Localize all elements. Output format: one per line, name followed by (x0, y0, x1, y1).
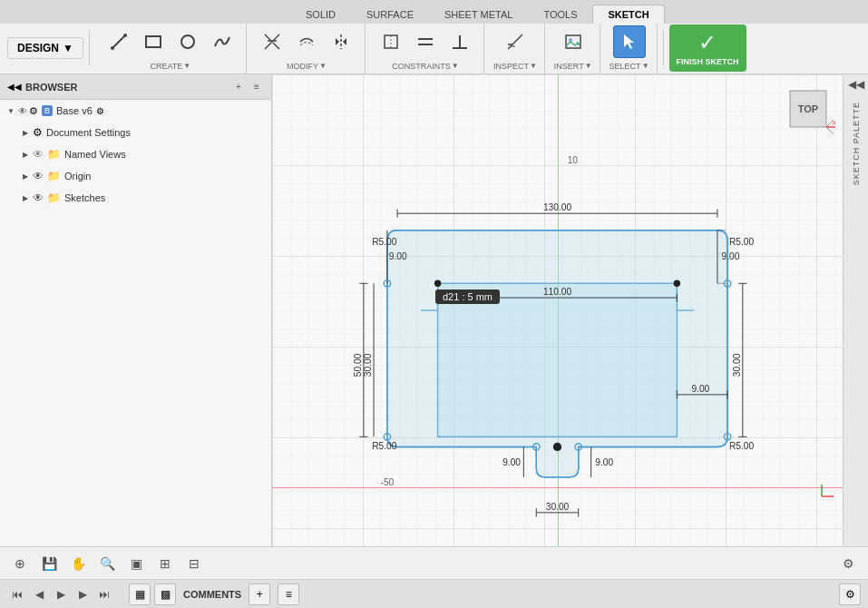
create-label-group[interactable]: CREATE ▼ (151, 60, 191, 71)
grid-icon[interactable]: ⊞ (152, 551, 178, 576)
comments-section: COMMENTS + ≡ (183, 583, 832, 605)
folder-icon-named-views: 📁 (47, 148, 61, 161)
snap-icon[interactable]: ⊕ (7, 551, 33, 576)
parallel-tool[interactable] (409, 25, 442, 58)
svg-marker-23 (624, 34, 634, 49)
bottom-tools-left: ⊕ 💾 ✋ 🔍 ▣ ⊞ ⊟ (7, 551, 207, 576)
palette-collapse-icon[interactable]: ◀◀ (844, 74, 868, 94)
tree-item-named-views[interactable]: ▶ 👁 📁 Named Views (0, 143, 271, 165)
bottom-toolbar: ⊕ 💾 ✋ 🔍 ▣ ⊞ ⊟ ⚙ (0, 546, 868, 579)
origin-label: Origin (64, 171, 91, 181)
expand-base[interactable]: ▼ (4, 103, 18, 118)
canvas-area[interactable]: 130.00 110.00 9.00 9.00 R5.00 R5.00 R5.0… (272, 74, 843, 546)
dimension-tooltip: d21 : 5 mm (435, 289, 500, 304)
tab-solid[interactable]: SOLID (290, 5, 351, 24)
pan-icon[interactable]: ✋ (65, 551, 91, 576)
eye-sketches[interactable]: 👁 (33, 191, 44, 204)
inspect-arrow: ▼ (530, 62, 537, 70)
tree-item-sketches[interactable]: ▶ 👁 📁 Sketches (0, 187, 271, 209)
eye-named-views[interactable]: 👁 (33, 148, 44, 161)
svg-text:9.00: 9.00 (389, 251, 407, 261)
sidebar: ◀◀ BROWSER + ≡ ▼ 👁 ⚙ B Base v6 ⚙ ▶ ⚙ Doc… (0, 74, 272, 546)
comments-add-icon[interactable]: + (249, 583, 270, 605)
view-icon[interactable]: ⊟ (181, 551, 207, 576)
gear-icon-doc: ⚙ (33, 126, 43, 139)
constraints-label-group[interactable]: CONSTRAINTS ▼ (392, 60, 458, 71)
grid-large-icon[interactable]: ▩ (154, 583, 176, 605)
expand-sketches[interactable]: ▶ (18, 191, 33, 205)
svg-point-2 (123, 34, 127, 37)
sidebar-header: ◀◀ BROWSER + ≡ (0, 74, 271, 100)
select-label-group[interactable]: SELECT ▼ (610, 60, 649, 71)
display-icon[interactable]: ▣ (123, 551, 149, 576)
tree-item-base[interactable]: ▼ 👁 ⚙ B Base v6 ⚙ (0, 100, 271, 122)
sketch-palette-label: SKETCH PALETTE (852, 102, 861, 185)
base-settings-gear[interactable]: ⚙ (96, 106, 104, 116)
insert-label-group[interactable]: INSERT ▼ (554, 60, 592, 71)
circle-tool[interactable] (171, 25, 204, 58)
step-forward-icon[interactable]: ▶ (73, 584, 93, 604)
svg-text:9.00: 9.00 (722, 251, 740, 261)
expand-doc-settings[interactable]: ▶ (18, 125, 33, 140)
eye-origin[interactable]: 👁 (33, 170, 44, 182)
line-tool[interactable] (102, 25, 135, 58)
select-tool[interactable] (613, 25, 646, 58)
insert-image-tool[interactable] (557, 25, 590, 58)
select-icons (613, 25, 646, 58)
measure-tool[interactable] (499, 25, 532, 58)
offset-tool[interactable] (290, 25, 323, 58)
global-settings-icon[interactable]: ⚙ (839, 583, 861, 605)
create-group: CREATE ▼ (95, 24, 247, 74)
expand-origin[interactable]: ▶ (18, 169, 33, 183)
zoom-tool[interactable]: 🔍 (94, 551, 120, 576)
tooltip-text: d21 : 5 mm (443, 291, 493, 302)
settings-icon-base[interactable]: ⚙ (29, 105, 38, 117)
skip-back-icon[interactable]: ⏮ (7, 584, 27, 604)
inspect-label-group[interactable]: INSPECT ▼ (493, 60, 537, 71)
finish-sketch-button[interactable]: ✓ FINISH SKETCH (669, 25, 746, 72)
insert-arrow: ▼ (585, 62, 592, 70)
folder-icon-origin: 📁 (47, 170, 61, 182)
constraints-label: CONSTRAINTS (392, 62, 451, 71)
constraints-group: CONSTRAINTS ▼ (367, 24, 484, 74)
svg-line-7 (273, 43, 279, 49)
svg-point-80 (674, 280, 680, 287)
tab-sketch[interactable]: SKETCH (592, 5, 664, 24)
eye-base[interactable]: 👁 (18, 106, 27, 116)
sidebar-expand-icon[interactable]: + (231, 80, 246, 94)
status-bar: ⏮ ◀ ▶ ▶ ⏭ ▦ ▩ COMMENTS + ≡ ⚙ (0, 579, 868, 608)
step-back-icon[interactable]: ◀ (29, 584, 49, 604)
modify-label-group[interactable]: MODIFY ▼ (287, 60, 327, 71)
axis-indicator (808, 483, 835, 510)
tree-item-origin[interactable]: ▶ 👁 📁 Origin (0, 165, 271, 187)
perpendicular-tool[interactable] (444, 25, 476, 58)
modify-group: MODIFY ▼ (249, 24, 366, 74)
expand-named-views[interactable]: ▶ (18, 147, 33, 162)
play-icon[interactable]: ▶ (51, 584, 71, 604)
rectangle-tool[interactable] (137, 25, 170, 58)
view-cube[interactable]: TOP X (781, 82, 835, 141)
playback-controls: ⏮ ◀ ▶ ▶ ⏭ (7, 584, 114, 604)
settings-icon[interactable]: ⚙ (835, 551, 861, 576)
spline-tool[interactable] (206, 25, 239, 58)
tab-sheet-metal[interactable]: SHEET METAL (429, 5, 528, 24)
create-label: CREATE (151, 62, 183, 71)
bottom-tools-right: ⚙ (835, 551, 861, 576)
design-button[interactable]: DESIGN ▼ (7, 37, 83, 59)
skip-forward-icon[interactable]: ⏭ (94, 584, 114, 604)
save-icon[interactable]: 💾 (36, 551, 62, 576)
comments-options-icon[interactable]: ≡ (278, 583, 299, 605)
finish-check-icon: ✓ (698, 30, 717, 55)
svg-point-1 (111, 46, 114, 50)
mirror-tool[interactable] (325, 25, 357, 58)
coincident-tool[interactable] (375, 25, 407, 58)
sidebar-options-icon[interactable]: ≡ (249, 80, 264, 94)
tab-surface[interactable]: SURFACE (351, 5, 429, 24)
grid-small-icon[interactable]: ▦ (129, 583, 151, 605)
named-views-label: Named Views (64, 149, 126, 160)
sidebar-collapse-icon[interactable]: ◀◀ (7, 82, 22, 92)
tab-tools[interactable]: TOOLS (528, 5, 592, 24)
trim-tool[interactable] (256, 25, 288, 58)
tree-item-doc-settings[interactable]: ▶ ⚙ Document Settings (0, 122, 271, 143)
svg-text:30.00: 30.00 (363, 353, 373, 377)
